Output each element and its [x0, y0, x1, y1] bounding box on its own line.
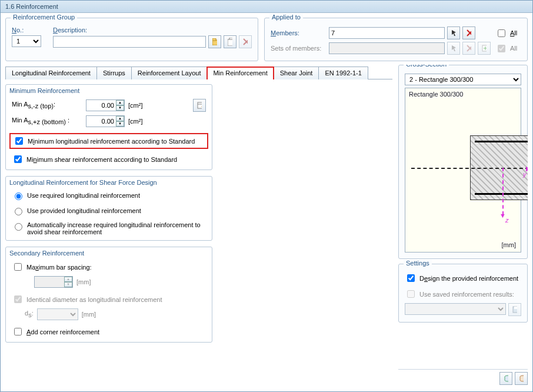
- reinforcement-group: Reinforcement Group No.: 1 Description:: [5, 18, 258, 61]
- delete-members-icon[interactable]: [462, 26, 475, 39]
- tab-longitudinal[interactable]: Longitudinal Reinforcement: [5, 67, 97, 79]
- y-label: y: [523, 171, 527, 178]
- min-a-bot-label: Min As,+z (bottom) :: [12, 117, 82, 125]
- radio-auto[interactable]: Automatically increase required longitud…: [12, 221, 206, 235]
- cross-section-group: Cross-Section 2 - Rectangle 300/300 Rect…: [398, 65, 528, 259]
- new-set-icon: [478, 42, 491, 55]
- design-checkbox[interactable]: Design the provided reinforcement: [405, 273, 521, 284]
- min-a-bot-input[interactable]: ▲▼: [86, 115, 125, 127]
- secondary-section: Secondary Reinforcement Maximum bar spac…: [5, 247, 212, 343]
- max-spacing-input: ▲▼: [34, 276, 73, 288]
- members-label: Members:: [271, 29, 327, 36]
- tab-layout[interactable]: Reinforcement Layout: [131, 67, 208, 79]
- long-for-shear-section: Longitudinal Reinforcement for Shear For…: [5, 176, 212, 241]
- identical-dia-checkbox: Identical diameter as longitudinal reinf…: [12, 294, 206, 305]
- min-a-top-input[interactable]: ▲▼: [86, 99, 125, 111]
- sets-input: [329, 42, 445, 54]
- cross-section-preview: Rectangle 300/300 ▶ y ▼ z [mm]: [405, 88, 521, 253]
- saved-select: [405, 303, 506, 315]
- delete-sets-icon: [462, 42, 475, 55]
- copy-icon[interactable]: [224, 35, 236, 48]
- preview-unit: [mm]: [502, 241, 516, 248]
- no-select[interactable]: 1: [12, 35, 41, 47]
- group-title: Settings: [404, 260, 432, 267]
- svg-rect-17: [514, 307, 517, 309]
- pick-icon[interactable]: [447, 26, 460, 39]
- unit-mm: [mm]: [82, 311, 96, 318]
- saved-checkbox: Use saved reinforcement results:: [405, 288, 521, 300]
- settings-group: Settings Design the provided reinforceme…: [398, 264, 528, 323]
- dialog-title: 1.6 Reinforcement: [1, 1, 532, 13]
- no-label: No.:: [12, 26, 41, 34]
- svg-rect-1: [212, 38, 216, 41]
- min-long-std-checkbox[interactable]: Minimum longitudinal reinforcement accor…: [13, 135, 205, 147]
- section-title: Longitudinal Reinforcement for Shear For…: [9, 179, 208, 186]
- preview-label: Rectangle 300/300: [409, 91, 463, 98]
- section-title: Secondary Reinforcement: [9, 250, 208, 257]
- max-spacing-checkbox[interactable]: Maximum bar spacing:: [12, 261, 206, 273]
- unit-mm: [mm]: [76, 278, 91, 285]
- unit-cm2: [cm²]: [128, 102, 142, 109]
- sets-label: Sets of members:: [271, 45, 327, 52]
- min-a-top-label: Min As,-z (top):: [12, 101, 82, 109]
- group-title: Reinforcement Group: [11, 14, 77, 21]
- group-title: Applied to: [269, 14, 303, 21]
- tab-bar: Longitudinal Reinforcement Stirrups Rein…: [5, 66, 392, 79]
- tab-shear-joint[interactable]: Shear Joint: [274, 67, 319, 79]
- save-icon: [508, 303, 521, 316]
- ds-select: [37, 308, 78, 320]
- tab-min-reinforcement[interactable]: Min Reinforcement: [206, 67, 274, 79]
- description-label: Description:: [53, 26, 252, 34]
- applied-to-group: Applied to Members: All Sets of members:…: [264, 18, 528, 61]
- folder-icon[interactable]: [208, 35, 221, 48]
- all-members-checkbox[interactable]: All: [495, 28, 521, 39]
- db2-icon[interactable]: [515, 372, 528, 385]
- svg-rect-13: [198, 102, 202, 108]
- min-shear-std-checkbox[interactable]: Minimum shear reinforcement according to…: [12, 154, 206, 165]
- tab-stirrups[interactable]: Stirrups: [96, 67, 132, 79]
- bottom-bar: [475, 193, 528, 195]
- add-corner-checkbox[interactable]: Add corner reinforcement: [12, 326, 206, 337]
- description-input[interactable]: [53, 36, 206, 48]
- unit-cm2: [cm²]: [128, 118, 142, 125]
- radio-required[interactable]: Use required longitudinal reinforcement: [12, 191, 206, 200]
- min-reinforcement-section: Minimum Reinforcement Min As,-z (top): ▲…: [5, 84, 212, 170]
- tab-en1992[interactable]: EN 1992-1-1: [318, 67, 368, 79]
- radio-provided[interactable]: Use provided longitudinal reinforcement: [12, 206, 206, 215]
- cross-section-select[interactable]: 2 - Rectangle 300/300: [405, 74, 521, 85]
- footer-buttons: [398, 369, 528, 385]
- delete-icon: [239, 35, 252, 48]
- section-title: Minimum Reinforcement: [9, 87, 208, 94]
- db1-icon[interactable]: [499, 372, 512, 385]
- svg-rect-3: [228, 39, 232, 46]
- group-title: Cross-Section: [404, 65, 449, 68]
- pick-sets-icon: [447, 42, 460, 55]
- z-axis: [502, 168, 504, 215]
- library-icon[interactable]: [193, 99, 206, 112]
- all-sets-checkbox: All: [495, 43, 521, 54]
- y-axis: [411, 168, 528, 169]
- z-label: z: [505, 217, 509, 224]
- top-bar: [475, 141, 528, 142]
- members-input[interactable]: [329, 27, 445, 39]
